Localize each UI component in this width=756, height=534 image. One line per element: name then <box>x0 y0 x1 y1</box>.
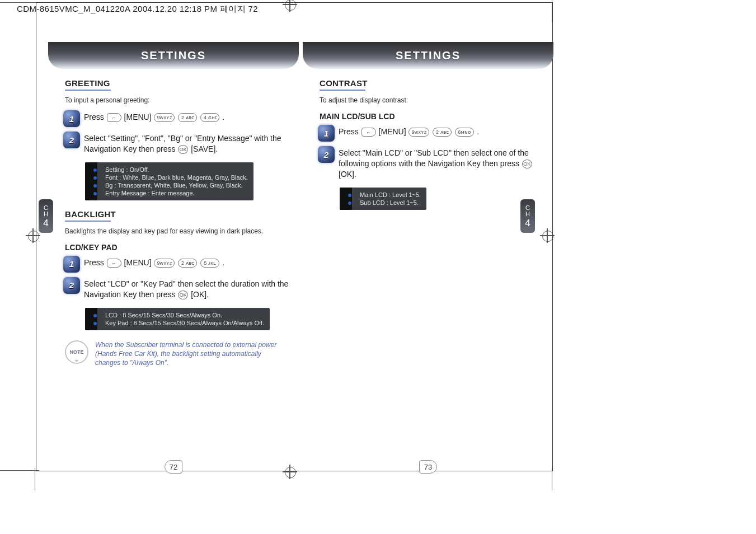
section-title-text: BACKLIGHT <box>65 209 116 219</box>
page-left: SETTINGS GREETING To input a personal gr… <box>50 11 297 470</box>
page-number: 73 <box>419 460 437 474</box>
section-subhead: MAIN LCD/SUB LCD <box>320 112 547 121</box>
page-number: 72 <box>165 460 182 474</box>
step-body: Select "LCD" or "Key Pad" then select th… <box>84 279 292 300</box>
section-intro: Backlights the display and key pad for e… <box>65 227 292 235</box>
info-item: Font : White, Blue, Dark blue, Magenta, … <box>103 174 248 181</box>
info-item: LCD : 8 Secs/15 Secs/30 Secs/Always On. <box>103 311 264 319</box>
softkey-icon: ⌐ <box>107 113 121 122</box>
note-text: When the Subscriber terminal is connecte… <box>95 340 280 368</box>
banner-title: SETTINGS <box>396 49 461 62</box>
section-title-backlight: BACKLIGHT <box>65 209 292 222</box>
ok-key-icon: OK <box>178 291 188 299</box>
step-number-icon: 2 <box>65 279 78 292</box>
info-item: Key Pad : 8 Secs/15 Secs/30 Secs/Always … <box>103 319 264 327</box>
keypad-key-icon: 6ᴍɴᴏ <box>455 128 474 137</box>
info-item: Bg : Transparent, White, Blue, Yellow, G… <box>103 181 248 189</box>
softkey-icon: ⌐ <box>361 128 376 137</box>
info-item: Sub LCD : Level 1~5. <box>358 199 421 207</box>
page-content: GREETING To input a personal greeting: 1… <box>65 74 292 367</box>
info-item: Entry Message : Enter message. <box>103 189 248 197</box>
section-title-text: GREETING <box>65 78 110 88</box>
page-banner: SETTINGS <box>48 42 299 69</box>
step-body: Press ⌐ [MENU] 9ᴡxʏz 2 ᴀʙᴄ 4 ɢʜɪ . <box>84 112 224 123</box>
step-number-icon: 1 <box>65 112 78 125</box>
step-1: 1 Press ⌐ [MENU] 9ᴡxʏz 2 ᴀʙᴄ 6ᴍɴᴏ . <box>320 127 547 140</box>
trim-mark <box>0 2 39 3</box>
step-2: 2 Select "Setting", "Font", "Bg" or "Ent… <box>65 133 292 154</box>
page-right: SETTINGS CONTRAST To adjust the display … <box>305 11 551 470</box>
step-1: 1 Press ⌐ [MENU] 9ᴡxʏz 2 ᴀʙᴄ 5 ᴊᴋʟ . <box>65 257 292 271</box>
step-number-icon: 2 <box>320 148 333 161</box>
step-2: 2 Select "Main LCD" or "Sub LCD" then se… <box>320 148 547 180</box>
trim-mark <box>0 470 39 471</box>
note-badge-icon: NOTE <box>65 340 88 364</box>
info-box: Setting : On/Off. Font : White, Blue, Da… <box>85 162 253 200</box>
info-box: Main LCD : Level 1~5. Sub LCD : Level 1~… <box>340 188 426 210</box>
page-banner: SETTINGS <box>303 42 553 69</box>
section-intro: To adjust the display contrast: <box>320 96 547 104</box>
page-content: CONTRAST To adjust the display contrast:… <box>320 74 547 219</box>
chapter-label: CH <box>44 205 48 217</box>
step-number-icon: 2 <box>65 133 78 147</box>
info-box: LCD : 8 Secs/15 Secs/30 Secs/Always On. … <box>85 308 270 330</box>
ok-key-icon: OK <box>522 160 532 168</box>
step-body: Press ⌐ [MENU] 9ᴡxʏz 2 ᴀʙᴄ 5 ᴊᴋʟ . <box>84 257 224 268</box>
section-intro: To input a personal greeting: <box>65 96 292 104</box>
step-2: 2 Select "LCD" or "Key Pad" then select … <box>65 279 292 300</box>
section-subhead: LCD/KEY PAD <box>65 243 292 252</box>
step-body: Select "Setting", "Font", "Bg" or "Entry… <box>84 133 292 154</box>
step-number-icon: 1 <box>65 257 78 271</box>
keypad-key-icon: 5 ᴊᴋʟ <box>200 259 219 268</box>
trim-mark <box>35 468 35 490</box>
section-title-greeting: GREETING <box>65 78 292 91</box>
section-title-contrast: CONTRAST <box>320 78 547 91</box>
keypad-key-icon: 2 ᴀʙᴄ <box>433 128 452 137</box>
keypad-key-icon: 9ᴡxʏz <box>408 128 429 137</box>
step-number-icon: 1 <box>320 127 333 140</box>
keypad-key-icon: 4 ɢʜɪ <box>200 113 219 122</box>
step-body: Select "Main LCD" or "Sub LCD" then sele… <box>339 148 547 180</box>
banner-title: SETTINGS <box>141 49 206 62</box>
info-item: Main LCD : Level 1~5. <box>358 191 421 199</box>
softkey-icon: ⌐ <box>107 259 121 268</box>
keypad-key-icon: 2 ᴀʙᴄ <box>178 259 197 268</box>
keypad-key-icon: 9ᴡxʏz <box>154 113 175 122</box>
section-title-text: CONTRAST <box>320 78 368 88</box>
step-body: Press ⌐ [MENU] 9ᴡxʏz 2 ᴀʙᴄ 6ᴍɴᴏ . <box>339 127 479 137</box>
keypad-key-icon: 9ᴡxʏz <box>154 259 175 268</box>
info-item: Setting : On/Off. <box>103 166 248 174</box>
keypad-key-icon: 2 ᴀʙᴄ <box>178 113 197 122</box>
ok-key-icon: OK <box>178 145 188 154</box>
step-1: 1 Press ⌐ [MENU] 9ᴡxʏz 2 ᴀʙᴄ 4 ɢʜɪ . <box>65 112 292 125</box>
trim-mark <box>552 468 552 490</box>
note-callout: NOTE When the Subscriber terminal is con… <box>65 340 292 368</box>
chapter-number: 4 <box>43 218 48 228</box>
